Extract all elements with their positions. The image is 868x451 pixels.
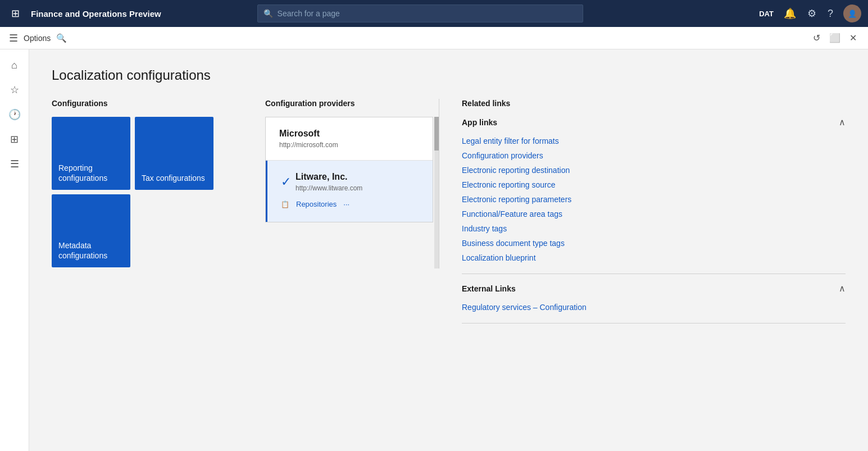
provider-microsoft-url: http://microsoft.com (279, 141, 419, 149)
link-industry-tags[interactable]: Industry tags (462, 222, 846, 235)
link-regulatory-services[interactable]: Regulatory services – Configuration (462, 300, 846, 314)
search-input[interactable] (278, 9, 577, 18)
related-links-title: Related links (462, 99, 846, 108)
options-bar: ☰ Options 🔍 ↺ ⬜ ✕ (0, 27, 868, 49)
related-links-column: Related links App links ∧ Legal entity f… (462, 99, 846, 332)
nav-right: DAT 🔔 ⚙ ? 👤 (759, 4, 861, 22)
provider-litware-url: http://www.litware.com (296, 184, 362, 192)
sidebar: ⌂ ☆ 🕐 ⊞ ☰ (0, 49, 29, 451)
repositories-icon: 📋 (281, 201, 289, 208)
provider-microsoft[interactable]: Microsoft http://microsoft.com (266, 117, 433, 161)
tile-reporting-configurations[interactable]: Reporting configurations (52, 117, 130, 190)
window-controls: ↺ ⬜ ✕ (811, 31, 859, 44)
active-checkmark-icon: ✓ (281, 175, 291, 189)
help-icon[interactable]: ? (826, 7, 834, 21)
reload-button[interactable]: ↺ (811, 31, 822, 44)
repositories-link[interactable]: Repositories (296, 198, 337, 211)
link-business-document-type-tags[interactable]: Business document type tags (462, 236, 846, 250)
options-search-icon[interactable]: 🔍 (56, 33, 67, 43)
provider-microsoft-name: Microsoft (279, 129, 419, 139)
providers-section-title: Configuration providers (265, 99, 439, 108)
more-actions-link[interactable]: ··· (343, 198, 349, 211)
external-links-list: Regulatory services – Configuration (462, 300, 846, 314)
link-electronic-reporting-source[interactable]: Electronic reporting source (462, 178, 846, 192)
sidebar-modules[interactable]: ☰ (3, 153, 26, 175)
providers-scrollbar[interactable] (434, 117, 439, 268)
close-button[interactable]: ✕ (847, 31, 859, 44)
external-links-collapse-icon[interactable]: ∧ (839, 283, 846, 294)
litware-active-row: ✓ Litware, Inc. http://www.litware.com (281, 172, 419, 192)
external-links-header: External Links ∧ (462, 283, 846, 294)
external-links-bottom-divider (462, 323, 846, 324)
avatar[interactable]: 👤 (843, 4, 861, 22)
configurations-column: Configurations Reporting configurations … (52, 99, 265, 267)
scrollbar-thumb (434, 117, 439, 151)
sidebar-favorites[interactable]: ☆ (3, 79, 26, 101)
sidebar-workspaces[interactable]: ⊞ (3, 128, 26, 151)
sidebar-recent[interactable]: 🕐 (3, 103, 26, 126)
top-navigation: ⊞ Finance and Operations Preview 🔍 DAT 🔔… (0, 0, 868, 27)
settings-icon[interactable]: ⚙ (806, 6, 817, 21)
app-links-list: Legal entity filter for formats Configur… (462, 134, 846, 265)
link-functional-feature-area-tags[interactable]: Functional/Feature area tags (462, 207, 846, 221)
content-columns: Configurations Reporting configurations … (52, 99, 846, 332)
link-configuration-providers[interactable]: Configuration providers (462, 149, 846, 162)
link-electronic-reporting-destination[interactable]: Electronic reporting destination (462, 163, 846, 177)
app-links-label: App links (462, 118, 497, 127)
link-localization-blueprint[interactable]: Localization blueprint (462, 251, 846, 265)
search-icon: 🔍 (263, 9, 273, 18)
app-title: Finance and Operations Preview (31, 9, 161, 19)
link-electronic-reporting-parameters[interactable]: Electronic reporting parameters (462, 193, 846, 206)
provider-litware-actions: 📋 Repositories ··· (281, 198, 419, 211)
tile-metadata-configurations[interactable]: Metadata configurations (52, 194, 130, 267)
page-title: Localization configurations (52, 67, 846, 83)
dat-label: DAT (759, 10, 774, 18)
notifications-icon[interactable]: 🔔 (783, 6, 797, 21)
providers-column: Configuration providers Microsoft http:/… (265, 99, 439, 268)
link-legal-entity-filter[interactable]: Legal entity filter for formats (462, 134, 846, 148)
main-layout: ⌂ ☆ 🕐 ⊞ ☰ Localization configurations Co… (0, 49, 868, 451)
external-links-label: External Links (462, 284, 516, 293)
divider (462, 274, 846, 274)
tiles-grid: Reporting configurations Tax configurati… (52, 117, 265, 267)
app-links-collapse-icon[interactable]: ∧ (839, 117, 846, 127)
apps-icon[interactable]: ⊞ (7, 5, 24, 22)
maximize-button[interactable]: ⬜ (827, 31, 843, 44)
provider-litware[interactable]: ✓ Litware, Inc. http://www.litware.com 📋… (266, 161, 433, 222)
providers-list: Microsoft http://microsoft.com ✓ Litware… (265, 117, 433, 222)
app-links-header: App links ∧ (462, 117, 846, 127)
sidebar-home[interactable]: ⌂ (3, 54, 26, 76)
tile-tax-configurations[interactable]: Tax configurations (135, 117, 213, 190)
hamburger-icon[interactable]: ☰ (9, 32, 18, 44)
options-label: Options (24, 34, 51, 43)
configurations-section-title: Configurations (52, 99, 265, 108)
search-bar: 🔍 (257, 4, 583, 22)
content-area: Localization configurations Configuratio… (29, 49, 868, 451)
provider-litware-name: Litware, Inc. (296, 172, 362, 182)
